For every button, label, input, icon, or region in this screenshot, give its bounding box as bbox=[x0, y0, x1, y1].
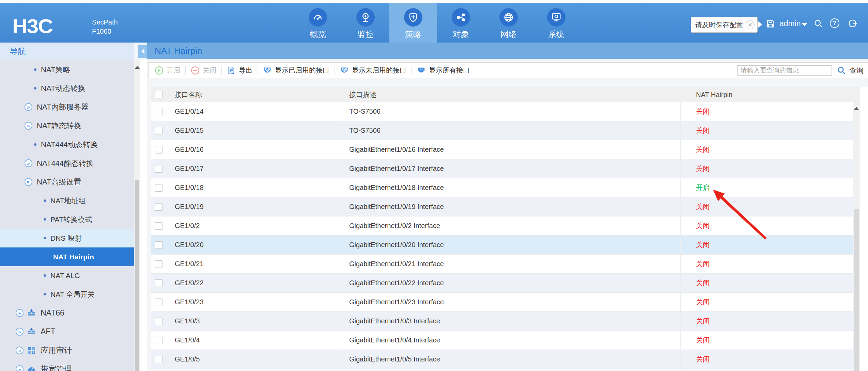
nav-tab-policy[interactable]: 策略 bbox=[389, 3, 437, 43]
search-icon[interactable] bbox=[813, 19, 823, 28]
show-disabled-button[interactable]: 显示未启用的接口 bbox=[340, 66, 406, 75]
interface-name: GE1/0/17 bbox=[170, 159, 344, 178]
hairpin-status-toggle[interactable]: 关闭 bbox=[696, 336, 710, 345]
table-row: GE1/0/20GigabitEthernet1/0/20 Interface关… bbox=[151, 236, 860, 255]
help-icon[interactable]: ? bbox=[830, 18, 839, 28]
sidebar-item[interactable]: NAT444动态转换 bbox=[0, 135, 134, 154]
hairpin-status-toggle[interactable]: 关闭 bbox=[696, 221, 710, 230]
sidebar-item[interactable]: »NAT静态转换 bbox=[0, 116, 134, 135]
hairpin-status-toggle[interactable]: 关闭 bbox=[696, 145, 710, 154]
sidebar-item[interactable]: NAT策略 bbox=[0, 60, 134, 79]
sidebar-item[interactable]: NAT地址组 bbox=[0, 191, 134, 210]
sidebar-item[interactable]: NAT Hairpin bbox=[0, 247, 134, 266]
sidebar-scrollbar[interactable] bbox=[134, 60, 140, 371]
nav-tab-overview[interactable]: 概览 bbox=[294, 3, 342, 43]
sidebar-item[interactable]: PAT转换模式 bbox=[0, 210, 134, 229]
row-checkbox[interactable] bbox=[155, 260, 162, 268]
hairpin-status-toggle[interactable]: 关闭 bbox=[696, 259, 710, 269]
table-row: GE1/0/23GigabitEthernet1/0/23 Interface关… bbox=[151, 293, 860, 312]
row-checkbox[interactable] bbox=[155, 337, 162, 344]
save-icon[interactable] bbox=[766, 19, 775, 29]
sidebar-item[interactable]: NAT ALG bbox=[0, 266, 134, 285]
row-checkbox[interactable] bbox=[155, 318, 162, 325]
hairpin-status-toggle[interactable]: 关闭 bbox=[696, 240, 710, 249]
row-checkbox[interactable] bbox=[155, 299, 162, 306]
sidebar-item[interactable]: »NAT66 bbox=[0, 304, 134, 322]
sidebar-item-label: NAT高级设置 bbox=[37, 177, 81, 187]
hairpin-status-toggle[interactable]: 关闭 bbox=[696, 355, 710, 364]
scrollbar-thumb[interactable] bbox=[854, 209, 859, 371]
show-enabled-button[interactable]: 显示已启用的接口 bbox=[263, 66, 329, 75]
row-checkbox[interactable] bbox=[155, 184, 162, 192]
sidebar-item[interactable]: NAT动态转换 bbox=[0, 79, 134, 98]
hairpin-status-toggle[interactable]: 关闭 bbox=[696, 278, 710, 288]
interface-table: 接口名称 接口描述 NAT Hairpin GE1/0/14TO-S7506关闭… bbox=[151, 87, 860, 369]
table-row: GE1/0/19GigabitEthernet1/0/19 Interface关… bbox=[151, 197, 860, 216]
search-button[interactable]: 查询 bbox=[849, 66, 864, 75]
sidebar-item[interactable]: NAT 全局开关 bbox=[0, 285, 134, 304]
sidebar-item[interactable]: »NAT内部服务器 bbox=[0, 98, 134, 116]
search-input[interactable] bbox=[737, 65, 832, 76]
hairpin-status-toggle[interactable]: 关闭 bbox=[696, 126, 710, 135]
hairpin-status-toggle[interactable]: 关闭 bbox=[696, 297, 710, 307]
row-checkbox[interactable] bbox=[155, 127, 162, 134]
sidebar-collapse-button[interactable] bbox=[138, 45, 148, 58]
interface-desc: GigabitEthernet1/0/21 Interface bbox=[344, 255, 681, 273]
sidebar-item-label: NAT 全局开关 bbox=[50, 290, 95, 299]
interface-name: GE1/0/22 bbox=[170, 274, 344, 292]
interface-desc: GigabitEthernet1/0/17 Interface bbox=[344, 159, 681, 178]
row-checkbox[interactable] bbox=[155, 279, 162, 287]
sidebar-item-label: NAT动态转换 bbox=[41, 83, 85, 94]
expand-chevron-icon: » bbox=[25, 103, 32, 111]
search-icon[interactable] bbox=[837, 66, 846, 75]
sidebar-item[interactable]: »应用审计 bbox=[0, 341, 134, 360]
row-checkbox[interactable] bbox=[155, 108, 162, 115]
sidebar-item-label: PAT转换模式 bbox=[50, 215, 92, 224]
sidebar-item[interactable]: »NAT444静态转换 bbox=[0, 154, 134, 173]
expand-chevron-icon: » bbox=[25, 159, 32, 167]
row-checkbox[interactable] bbox=[155, 203, 162, 211]
row-checkbox[interactable] bbox=[155, 165, 162, 173]
row-checkbox[interactable] bbox=[155, 356, 162, 363]
row-checkbox[interactable] bbox=[155, 222, 162, 230]
save-config-tooltip: 请及时保存配置 ✕ bbox=[691, 17, 758, 33]
scroll-up-icon[interactable] bbox=[135, 66, 140, 69]
nav-tab-objects[interactable]: 对象 bbox=[437, 3, 485, 43]
select-all-checkbox[interactable] bbox=[155, 91, 162, 98]
nav-tab-monitor[interactable]: 监控 bbox=[342, 3, 389, 43]
row-checkbox[interactable] bbox=[155, 146, 162, 154]
scrollbar-thumb[interactable] bbox=[135, 180, 139, 371]
disable-button[interactable]: 关闭 bbox=[191, 66, 216, 75]
hairpin-status-toggle[interactable]: 关闭 bbox=[696, 164, 710, 173]
user-menu[interactable]: admin bbox=[779, 19, 801, 28]
hairpin-status-toggle[interactable]: 关闭 bbox=[696, 107, 710, 116]
sidebar-item[interactable]: »带宽管理 bbox=[0, 360, 134, 371]
hairpin-status-toggle[interactable]: 开启 bbox=[696, 183, 710, 192]
sidebar-item[interactable]: DNS 映射 bbox=[0, 229, 134, 247]
interface-desc: GigabitEthernet1/0/22 Interface bbox=[344, 274, 681, 292]
interface-name: GE1/0/21 bbox=[170, 255, 344, 273]
sidebar-item[interactable]: »NAT高级设置 bbox=[0, 173, 134, 191]
interface-name: GE1/0/14 bbox=[170, 102, 344, 121]
export-button[interactable]: 导出 bbox=[227, 66, 252, 75]
page-titlebar: NAT Hairpin bbox=[147, 43, 868, 59]
enable-button[interactable]: 开启 bbox=[155, 66, 180, 75]
sidebar-item[interactable]: »AFT bbox=[0, 322, 134, 341]
table-scrollbar[interactable] bbox=[853, 102, 860, 371]
nav-tab-network[interactable]: 网络 bbox=[485, 3, 532, 43]
chevron-down-icon[interactable] bbox=[802, 23, 807, 26]
hairpin-status-toggle[interactable]: 关闭 bbox=[696, 202, 710, 211]
table-right-margin bbox=[860, 87, 868, 371]
shield-icon bbox=[404, 8, 422, 27]
row-checkbox[interactable] bbox=[155, 241, 162, 249]
bullet-icon bbox=[44, 199, 46, 202]
table-row: GE1/0/22GigabitEthernet1/0/22 Interface关… bbox=[151, 274, 860, 293]
hairpin-status-toggle[interactable]: 关闭 bbox=[696, 317, 710, 326]
interface-desc: GigabitEthernet1/0/3 Interface bbox=[344, 312, 681, 330]
scroll-up-icon[interactable] bbox=[854, 107, 859, 110]
table-row: GE1/0/3GigabitEthernet1/0/3 Interface关闭 bbox=[151, 312, 860, 331]
logout-icon[interactable] bbox=[848, 19, 857, 28]
show-all-button[interactable]: ALL 显示所有接口 bbox=[417, 66, 470, 75]
close-icon[interactable]: ✕ bbox=[746, 20, 755, 29]
nav-tab-system[interactable]: 系统 bbox=[532, 3, 580, 43]
